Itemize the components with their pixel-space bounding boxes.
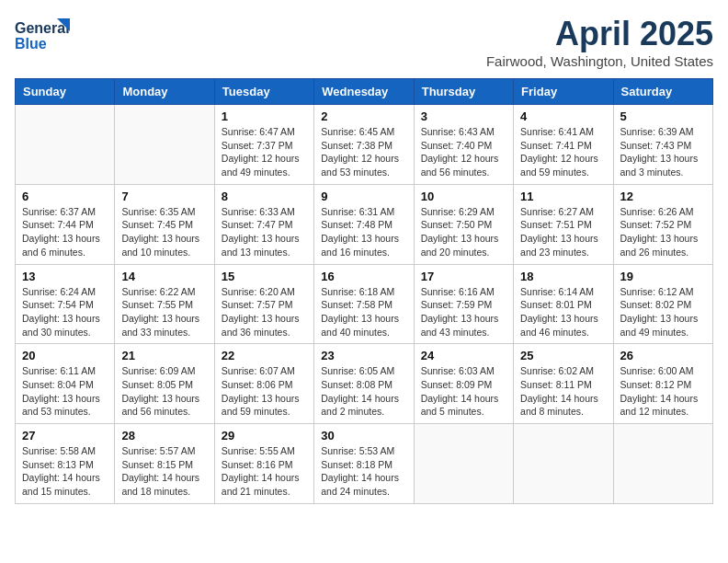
day-cell: 7Sunrise: 6:35 AMSunset: 7:45 PMDaylight… [115, 184, 214, 264]
day-cell: 6Sunrise: 6:37 AMSunset: 7:44 PMDaylight… [16, 184, 115, 264]
day-number: 15 [222, 270, 307, 283]
day-detail: Sunrise: 6:33 AMSunset: 7:47 PMDaylight:… [222, 205, 307, 259]
day-detail: Sunrise: 6:22 AMSunset: 7:55 PMDaylight:… [121, 285, 207, 339]
day-number: 21 [121, 349, 207, 362]
day-cell: 26Sunrise: 6:00 AMSunset: 8:12 PMDayligh… [613, 344, 712, 424]
day-detail: Sunrise: 6:14 AMSunset: 8:01 PMDaylight:… [520, 285, 606, 339]
day-cell: 24Sunrise: 6:03 AMSunset: 8:09 PMDayligh… [414, 344, 513, 424]
day-cell [16, 105, 115, 185]
week-row-5: 27Sunrise: 5:58 AMSunset: 8:13 PMDayligh… [16, 424, 713, 504]
day-detail: Sunrise: 6:24 AMSunset: 7:54 PMDaylight:… [22, 285, 108, 339]
day-number: 11 [520, 190, 606, 203]
day-cell: 29Sunrise: 5:55 AMSunset: 8:16 PMDayligh… [214, 424, 313, 504]
day-detail: Sunrise: 6:03 AMSunset: 8:09 PMDaylight:… [421, 364, 506, 419]
day-number: 23 [321, 349, 406, 362]
weekday-tuesday: Tuesday [214, 79, 313, 105]
day-cell: 27Sunrise: 5:58 AMSunset: 8:13 PMDayligh… [16, 424, 115, 504]
week-row-2: 6Sunrise: 6:37 AMSunset: 7:44 PMDaylight… [16, 184, 713, 264]
day-cell: 16Sunrise: 6:18 AMSunset: 7:58 PMDayligh… [314, 264, 414, 344]
weekday-monday: Monday [115, 79, 214, 105]
svg-text:Blue: Blue [15, 36, 47, 52]
logo: General Blue [15, 15, 70, 55]
day-number: 10 [421, 190, 506, 203]
day-cell: 18Sunrise: 6:14 AMSunset: 8:01 PMDayligh… [514, 264, 613, 344]
day-number: 20 [22, 349, 108, 362]
day-number: 4 [520, 109, 606, 123]
day-cell: 1Sunrise: 6:47 AMSunset: 7:37 PMDaylight… [214, 105, 313, 185]
weekday-sunday: Sunday [16, 79, 115, 105]
day-cell [514, 424, 613, 504]
calendar-table: SundayMondayTuesdayWednesdayThursdayFrid… [15, 78, 713, 504]
week-row-4: 20Sunrise: 6:11 AMSunset: 8:04 PMDayligh… [16, 344, 713, 424]
day-number: 16 [321, 270, 406, 283]
day-detail: Sunrise: 6:45 AMSunset: 7:38 PMDaylight:… [321, 125, 406, 179]
day-detail: Sunrise: 6:37 AMSunset: 7:44 PMDaylight:… [22, 205, 108, 259]
day-detail: Sunrise: 6:07 AMSunset: 8:06 PMDaylight:… [222, 364, 307, 419]
day-number: 9 [321, 190, 406, 203]
day-cell: 9Sunrise: 6:31 AMSunset: 7:48 PMDaylight… [314, 184, 414, 264]
day-number: 22 [222, 349, 307, 362]
day-detail: Sunrise: 6:29 AMSunset: 7:50 PMDaylight:… [421, 205, 506, 259]
day-cell: 19Sunrise: 6:12 AMSunset: 8:02 PMDayligh… [613, 264, 712, 344]
day-number: 6 [22, 190, 108, 203]
day-detail: Sunrise: 6:35 AMSunset: 7:45 PMDaylight:… [121, 205, 207, 259]
day-cell [115, 105, 214, 185]
weekday-friday: Friday [514, 79, 613, 105]
day-detail: Sunrise: 5:57 AMSunset: 8:15 PMDaylight:… [121, 444, 207, 499]
day-detail: Sunrise: 6:12 AMSunset: 8:02 PMDaylight:… [620, 285, 706, 339]
day-detail: Sunrise: 6:02 AMSunset: 8:11 PMDaylight:… [520, 364, 606, 419]
week-row-1: 1Sunrise: 6:47 AMSunset: 7:37 PMDaylight… [16, 105, 713, 185]
day-cell: 12Sunrise: 6:26 AMSunset: 7:52 PMDayligh… [613, 184, 712, 264]
day-cell: 28Sunrise: 5:57 AMSunset: 8:15 PMDayligh… [115, 424, 214, 504]
day-detail: Sunrise: 6:05 AMSunset: 8:08 PMDaylight:… [321, 364, 406, 419]
day-number: 3 [421, 109, 506, 123]
page-header: General Blue April 2025 Fairwood, Washin… [15, 15, 713, 69]
day-cell [414, 424, 513, 504]
day-detail: Sunrise: 6:16 AMSunset: 7:59 PMDaylight:… [421, 285, 506, 339]
logo-icon: General Blue [15, 15, 70, 55]
weekday-wednesday: Wednesday [314, 79, 414, 105]
day-number: 8 [222, 190, 307, 203]
day-cell: 3Sunrise: 6:43 AMSunset: 7:40 PMDaylight… [414, 105, 513, 185]
day-cell: 15Sunrise: 6:20 AMSunset: 7:57 PMDayligh… [214, 264, 313, 344]
week-row-3: 13Sunrise: 6:24 AMSunset: 7:54 PMDayligh… [16, 264, 713, 344]
day-number: 29 [222, 429, 307, 442]
day-number: 18 [520, 270, 606, 283]
day-number: 2 [321, 109, 406, 123]
day-detail: Sunrise: 6:39 AMSunset: 7:43 PMDaylight:… [620, 125, 706, 179]
day-detail: Sunrise: 6:18 AMSunset: 7:58 PMDaylight:… [321, 285, 406, 339]
day-detail: Sunrise: 6:41 AMSunset: 7:41 PMDaylight:… [520, 125, 606, 179]
day-cell: 4Sunrise: 6:41 AMSunset: 7:41 PMDaylight… [514, 105, 613, 185]
day-number: 30 [321, 429, 406, 442]
day-detail: Sunrise: 6:47 AMSunset: 7:37 PMDaylight:… [222, 125, 307, 179]
day-cell: 25Sunrise: 6:02 AMSunset: 8:11 PMDayligh… [514, 344, 613, 424]
day-detail: Sunrise: 6:26 AMSunset: 7:52 PMDaylight:… [620, 205, 706, 259]
day-cell: 10Sunrise: 6:29 AMSunset: 7:50 PMDayligh… [414, 184, 513, 264]
weekday-thursday: Thursday [414, 79, 513, 105]
day-detail: Sunrise: 5:53 AMSunset: 8:18 PMDaylight:… [321, 444, 406, 499]
calendar-title: April 2025 [486, 15, 713, 53]
day-detail: Sunrise: 6:11 AMSunset: 8:04 PMDaylight:… [22, 364, 108, 419]
title-block: April 2025 Fairwood, Washington, United … [486, 15, 713, 69]
day-number: 26 [620, 349, 706, 362]
day-number: 12 [620, 190, 706, 203]
day-detail: Sunrise: 6:09 AMSunset: 8:05 PMDaylight:… [121, 364, 207, 419]
day-number: 1 [222, 109, 307, 123]
day-cell: 22Sunrise: 6:07 AMSunset: 8:06 PMDayligh… [214, 344, 313, 424]
weekday-saturday: Saturday [613, 79, 712, 105]
day-cell: 23Sunrise: 6:05 AMSunset: 8:08 PMDayligh… [314, 344, 414, 424]
day-cell: 17Sunrise: 6:16 AMSunset: 7:59 PMDayligh… [414, 264, 513, 344]
day-detail: Sunrise: 6:20 AMSunset: 7:57 PMDaylight:… [222, 285, 307, 339]
weekday-header-row: SundayMondayTuesdayWednesdayThursdayFrid… [16, 79, 713, 105]
day-number: 13 [22, 270, 108, 283]
day-cell: 20Sunrise: 6:11 AMSunset: 8:04 PMDayligh… [16, 344, 115, 424]
day-cell: 11Sunrise: 6:27 AMSunset: 7:51 PMDayligh… [514, 184, 613, 264]
day-detail: Sunrise: 6:31 AMSunset: 7:48 PMDaylight:… [321, 205, 406, 259]
day-cell: 5Sunrise: 6:39 AMSunset: 7:43 PMDaylight… [613, 105, 712, 185]
calendar-body: 1Sunrise: 6:47 AMSunset: 7:37 PMDaylight… [16, 105, 713, 504]
day-detail: Sunrise: 6:00 AMSunset: 8:12 PMDaylight:… [620, 364, 706, 419]
day-number: 24 [421, 349, 506, 362]
day-cell: 13Sunrise: 6:24 AMSunset: 7:54 PMDayligh… [16, 264, 115, 344]
day-number: 28 [121, 429, 207, 442]
day-detail: Sunrise: 6:27 AMSunset: 7:51 PMDaylight:… [520, 205, 606, 259]
